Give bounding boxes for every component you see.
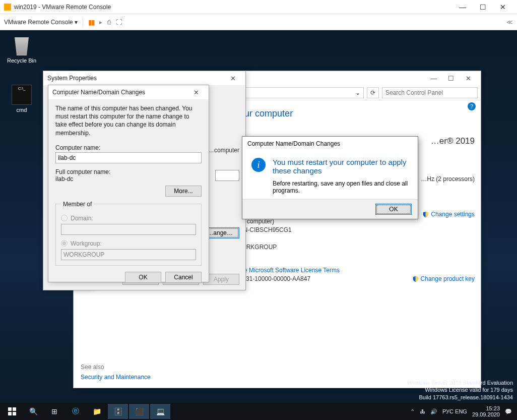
maximize-button[interactable]: ☐ <box>442 72 460 84</box>
workgroup-value: WORKGROUP <box>236 244 475 251</box>
msgbox-titlebar[interactable]: Computer Name/Domain Changes <box>242 137 418 151</box>
vmware-toolbar: VMware Remote Console ▾ ▮▮ ▸ ⎙ ⛶ ≪ <box>0 14 517 30</box>
intro-text: The name of this computer has been chang… <box>55 104 202 137</box>
more-button[interactable]: More... <box>165 186 202 197</box>
help-icon[interactable]: ? <box>468 102 476 110</box>
minimize-button[interactable]: — <box>425 72 442 84</box>
computer-name-label: Computer name: <box>55 144 202 151</box>
tray-up-icon[interactable]: ⌃ <box>410 408 415 415</box>
taskbar[interactable]: 🔍 ⊞ ⓔ 📁 🗄️ ⬛ 💻 ⌃ 🖧 🔊 РУС ENG 15:23 29.09… <box>0 403 517 420</box>
refresh-button[interactable]: ⟳ <box>367 87 379 98</box>
msgbox-heading: You must restart your computer to apply … <box>273 158 409 175</box>
shield-icon <box>412 276 419 282</box>
name-change-title: Computer Name/Domain Changes <box>52 89 145 96</box>
recycle-bin-label: Recycle Bin <box>3 57 40 64</box>
search-input[interactable] <box>382 87 478 98</box>
svg-rect-1 <box>13 407 16 411</box>
cancel-button[interactable]: Cancel <box>165 272 202 283</box>
close-icon[interactable]: ✕ <box>224 72 241 84</box>
recycle-bin-icon[interactable]: Recycle Bin <box>3 35 40 64</box>
vmware-title: win2019 - VMware Remote Console <box>14 4 111 11</box>
vmware-menu[interactable]: VMware Remote Console ▾ <box>4 19 78 26</box>
minimize-button[interactable]: — <box>453 0 473 14</box>
change-product-key-link[interactable]: Change product key <box>412 275 475 282</box>
system-tray[interactable]: ⌃ 🖧 🔊 РУС ENG 15:23 29.09.2020 💬 <box>410 405 515 417</box>
search-icon[interactable]: 🔍 <box>23 404 43 419</box>
fullscreen-icon[interactable]: ⛶ <box>116 19 122 26</box>
cmd-taskbar-icon[interactable]: ⬛ <box>129 404 149 419</box>
proc-text: …Hz (2 processors) <box>421 175 475 183</box>
svg-rect-0 <box>8 407 12 411</box>
maximize-button[interactable]: ☐ <box>473 0 493 14</box>
desktop-build-info: Windows Server 2019 Standard Evaluation … <box>407 379 513 401</box>
restart-msgbox: Computer Name/Domain Changes i You must … <box>242 136 418 219</box>
ok-button[interactable]: OK <box>375 204 412 215</box>
lang-indicator[interactable]: РУС ENG <box>442 408 467 414</box>
vmware-icon <box>4 4 11 11</box>
security-maintenance-link[interactable]: Security and Maintenance <box>81 374 151 381</box>
domain-label: Domain: <box>71 215 93 222</box>
edition-text: …er® 2019 <box>431 136 475 146</box>
task-view-icon[interactable]: ⊞ <box>44 404 64 419</box>
sysprops-textfield[interactable] <box>215 170 239 181</box>
svg-rect-2 <box>8 412 12 415</box>
workgroup-label: Workgroup: <box>71 240 102 247</box>
product-id-value: 00431-10000-00000-AA847 <box>236 275 389 284</box>
change-settings-link[interactable]: Change settings <box>422 211 475 218</box>
full-name-label: Full computer name: <box>55 168 202 175</box>
cmd-shortcut[interactable]: cmd <box>3 85 40 113</box>
info-icon: i <box>251 158 266 172</box>
start-button[interactable] <box>2 404 22 419</box>
guest-desktop: Recycle Bin cmd — ☐ ✕ ← → ↑ ▸…ecurity ▸S… <box>0 30 517 420</box>
msgbox-title: Computer Name/Domain Changes <box>247 140 340 147</box>
pause-icon[interactable]: ▮▮ <box>88 18 94 26</box>
shield-icon <box>422 211 429 218</box>
see-also-label: See also <box>81 364 151 371</box>
control-panel-taskbar-icon[interactable]: 💻 <box>150 404 170 419</box>
computer-name-input[interactable] <box>55 152 202 163</box>
full-name-value: ilab-dc <box>55 175 202 183</box>
close-icon[interactable]: ✕ <box>187 86 205 98</box>
server-manager-icon[interactable]: 🗄️ <box>108 404 128 419</box>
full-name-value: WIN-CIBSCH95CG1 <box>236 226 475 233</box>
workgroup-input[interactable] <box>61 249 196 260</box>
sysprops-title: System Properties <box>47 75 97 82</box>
name-change-dialog: Computer Name/Domain Changes ✕ The name … <box>48 85 209 282</box>
domain-radio[interactable] <box>61 215 68 221</box>
notifications-icon[interactable]: 💬 <box>505 408 512 415</box>
ok-button[interactable]: OK <box>125 272 161 283</box>
svg-rect-3 <box>13 412 16 415</box>
tray-network-icon[interactable]: 🖧 <box>420 408 425 414</box>
workgroup-radio[interactable] <box>61 240 68 247</box>
taskbar-clock[interactable]: 15:23 29.09.2020 <box>472 405 500 417</box>
send-cad-icon[interactable]: ⎙ <box>107 19 111 26</box>
ie-icon[interactable]: ⓔ <box>66 404 86 419</box>
close-button[interactable]: ✕ <box>460 72 477 84</box>
name-change-titlebar[interactable]: Computer Name/Domain Changes ✕ <box>48 85 209 99</box>
domain-input[interactable] <box>61 224 196 235</box>
explorer-icon[interactable]: 📁 <box>87 404 107 419</box>
vmware-titlebar: win2019 - VMware Remote Console — ☐ ✕ <box>0 0 517 14</box>
member-of-group: Member of Domain: Workgroup: <box>55 201 202 266</box>
sysprops-titlebar[interactable]: System Properties ✕ <box>43 71 245 85</box>
close-button[interactable]: ✕ <box>493 0 513 14</box>
msgbox-body: Before restarting, save any open files a… <box>273 180 409 194</box>
dock-icon[interactable]: ≪ <box>506 19 513 26</box>
tray-volume-icon[interactable]: 🔊 <box>430 408 437 415</box>
member-of-legend: Member of <box>61 201 94 208</box>
cmd-label: cmd <box>3 107 40 113</box>
play-icon[interactable]: ▸ <box>99 19 102 26</box>
sysprops-label: …computer <box>208 147 239 154</box>
